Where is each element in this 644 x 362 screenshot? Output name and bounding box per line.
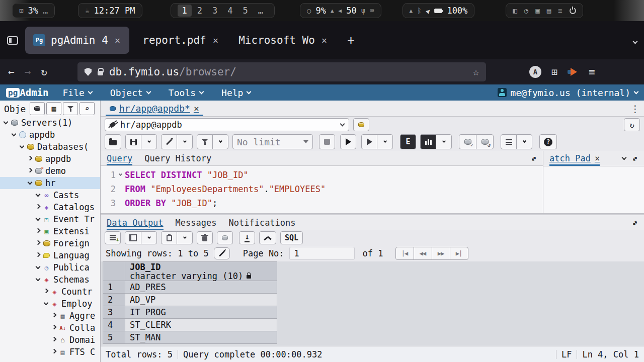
search-objects-button[interactable]: ⌕ [79,102,95,115]
reset-layout-button[interactable]: ↻ [624,118,640,131]
rollback-button[interactable]: ↺ [476,134,494,149]
new-tab-button[interactable]: + [347,33,354,47]
execute-options-play-button[interactable] [361,134,377,149]
menu-help[interactable]: Help [221,87,251,98]
cursor-position[interactable]: Ln 4, Col 1 [582,349,639,359]
tree-node-database-demo[interactable]: demo [0,165,100,177]
tab-messages[interactable]: Messages [176,218,217,228]
chevron-down-icon[interactable] [4,120,9,125]
output-expand-icon[interactable]: ↕ [630,217,640,228]
chevron-down-icon[interactable] [44,301,49,306]
row-number-cell[interactable]: 1 [103,281,125,294]
tree-node-server-appdb[interactable]: appdb [0,129,100,141]
tree-node-servers[interactable]: Servers(1) [0,117,100,129]
tree-node-event-triggers[interactable]: ◳Event Tr [0,213,100,225]
explain-analyze-button[interactable] [420,134,436,149]
connection-select[interactable]: hr/app@appdb [105,118,349,131]
grid-row-2[interactable]: 2AD_VP [103,294,277,306]
tree-node-extensions[interactable]: ▣Extensi [0,225,100,237]
extension-a-icon[interactable]: A [529,66,541,78]
fold-chevron-icon[interactable] [116,168,125,182]
grid-row-1[interactable]: 1AD_PRES [103,281,277,294]
next-page-button[interactable]: ▶▶ [432,247,450,260]
tree-node-schema-employ[interactable]: ◈Employ [0,298,100,310]
browser-tab-report[interactable]: report.pdf × [134,27,227,54]
explain-options-button[interactable] [436,134,452,149]
grid-corner-cell[interactable] [103,262,125,281]
graph-visualiser-button[interactable] [259,231,276,244]
open-file-button[interactable] [105,134,121,149]
chevron-down-icon[interactable] [36,216,41,221]
reload-button[interactable]: ↻ [41,66,47,78]
tab-query-history[interactable]: Query History [144,153,211,163]
filter-tree-button[interactable] [63,102,78,115]
prev-page-button[interactable]: ◀◀ [414,247,432,260]
chevron-down-icon[interactable] [36,264,41,269]
stop-button[interactable] [319,134,335,149]
tree-node-database-hr[interactable]: hr [0,177,100,189]
close-icon[interactable]: × [194,103,199,114]
row-number-cell[interactable]: 4 [103,319,125,331]
chevron-right-icon[interactable] [36,204,41,209]
megaphone-extension-icon[interactable] [568,67,579,76]
grid-view-button[interactable]: ▦ [46,102,61,115]
back-button[interactable]: ← [8,66,15,78]
extensions-puzzle-icon[interactable]: ⊞ [551,66,557,78]
last-page-button[interactable]: ▶| [450,247,468,260]
data-cell[interactable]: ST_CLERK [125,319,277,331]
tree-node-schemas[interactable]: ◈Schemas [0,274,100,286]
edit-rows-button[interactable] [214,247,230,259]
add-row-button[interactable] [105,231,121,244]
scratch-pad-expand-icon[interactable]: ↕ [630,153,640,163]
filter-options-button[interactable] [212,134,228,149]
macros-options-button[interactable] [516,134,532,149]
grid-row-3[interactable]: 3IT_PROG [103,306,277,319]
workspace-5[interactable]: 5 [238,5,253,17]
panel-kebab-menu-icon[interactable]: ⋮ [630,103,639,114]
chevron-right-icon[interactable] [52,337,57,342]
close-icon[interactable]: × [595,153,600,163]
limit-select[interactable]: No limit [232,134,313,149]
tree-node-domains[interactable]: ⌂Domai [0,334,100,346]
close-icon[interactable]: × [212,35,219,46]
browser-tab-word[interactable]: Microsoft Wo × [230,27,336,54]
edit-options-button[interactable] [177,134,193,149]
grid-column-header[interactable]: JOB_ID character varying (10) [125,262,277,281]
browser-menu-icon[interactable]: ≡ [589,66,595,78]
tray-icon-3[interactable]: ▣ [535,7,539,15]
chevron-right-icon[interactable] [52,325,57,330]
tree-node-languages[interactable]: Languag [0,249,100,261]
user-menu[interactable]: me@fymio.us (internal) [498,87,638,98]
power-icon[interactable] [570,8,576,14]
chevron-right-icon[interactable] [28,156,33,161]
data-cell[interactable]: ST_MAN [125,331,277,344]
commit-button[interactable]: ✓ [459,134,476,149]
hamburger-menu-icon[interactable]: ≡ [558,7,562,15]
tree-node-aggregates[interactable]: ▦Aggre [0,310,100,322]
tab-scratch-pad[interactable]: atch Pad × [549,151,600,166]
execute-button[interactable] [340,134,356,149]
list-tabs-chevron-icon[interactable] [633,36,637,45]
chevron-down-icon[interactable] [36,277,41,282]
tree-node-casts[interactable]: ∞Casts [0,189,100,201]
edit-button[interactable] [161,134,177,149]
data-cell[interactable]: IT_PROG [125,306,277,319]
data-cell[interactable]: AD_VP [125,294,277,306]
shield-icon[interactable] [85,68,92,76]
chevron-down-icon[interactable] [12,132,17,137]
status-widget[interactable]: ○ 9% ▲ ◀ 50 ψ ⌨ [300,3,381,18]
tree-node-schema-countr[interactable]: ◈Countr [0,286,100,298]
chevron-down-icon[interactable] [28,180,33,185]
copy-button[interactable] [125,231,141,244]
grid-row-5[interactable]: 5ST_MAN [103,331,277,344]
tray-icon-1[interactable]: ◧ [513,7,517,15]
download-button[interactable]: ↓ [239,231,255,244]
lock-icon[interactable] [98,71,103,75]
tree-node-catalogs[interactable]: ◈Catalogs [0,201,100,213]
save-data-button[interactable] [217,231,233,244]
tree-node-databases[interactable]: Databases( [0,141,100,153]
explain-button[interactable]: E [400,134,416,149]
forward-button[interactable]: → [25,66,31,78]
execute-options-button[interactable] [377,134,393,149]
tab-data-output[interactable]: Data Output [107,215,164,230]
